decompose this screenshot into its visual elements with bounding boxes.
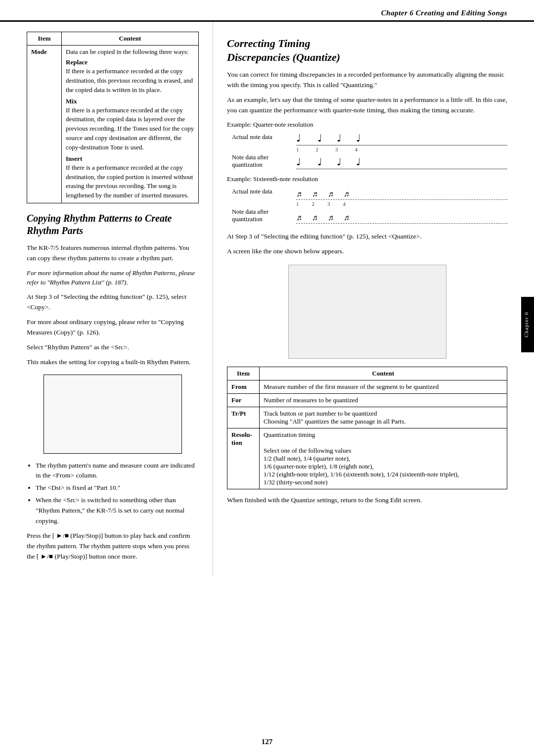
section1-step2: For more about ordinary copying, please … <box>27 317 199 338</box>
note2: ♩ <box>317 132 322 144</box>
snote2: ♬ <box>312 189 318 198</box>
for-content: Number of measures to be quantized <box>260 393 507 407</box>
note1: ♩ <box>296 132 301 144</box>
table-row-for: For Number of measures to be quantized <box>227 393 507 407</box>
bullet-item-1: The rhythm pattern's name and measure co… <box>36 461 199 481</box>
notation1-label: Example: Quarter-note resolution <box>227 121 507 129</box>
note3: ♩ <box>337 132 341 144</box>
section2-para2: As an example, let's say that the timing… <box>227 95 507 116</box>
table-row-from: From Measure number of the first measure… <box>227 380 507 393</box>
section1-italic: For more information about the name of R… <box>27 268 199 287</box>
resolution-content: Quantization timing Select one of the fo… <box>260 428 507 489</box>
section2-para1: You can correct for timing discrepancies… <box>227 70 507 91</box>
qnote4: ♩ <box>356 156 360 168</box>
left-screenshot <box>44 375 182 454</box>
screen-text: A screen like the one shown below appear… <box>227 246 507 257</box>
mode-content-cell: Data can be copied in the following thre… <box>62 46 199 203</box>
insert-desc: If there is a performance recorded at th… <box>66 163 194 200</box>
sqnote3: ♬ <box>328 213 334 222</box>
mix-label: Mix <box>66 97 194 105</box>
page-body: Item Content Mode Data can be copied in … <box>0 22 534 576</box>
snote4: ♬ <box>344 189 350 198</box>
sqnote2: ♬ <box>312 213 318 222</box>
for-item: For <box>227 393 260 407</box>
sqnote1: ♬ <box>296 213 302 222</box>
section1-step4: This makes the setting for copying a bui… <box>27 357 199 368</box>
section2-heading: Correcting TimingDiscrepancies (Quantize… <box>227 37 507 64</box>
bullet-item-2: The <Dst> is fixed at "Part 10." <box>36 483 199 493</box>
beat-numbers-2: 1234 <box>232 201 507 207</box>
page-number: 127 <box>262 738 273 746</box>
beat-numbers-1: 1234 <box>232 146 507 152</box>
col-content-header: Content <box>62 32 199 46</box>
replace-label: Replace <box>66 58 194 66</box>
snote1: ♬ <box>296 189 302 198</box>
section1-step1: At Step 3 of "Selecting the editing func… <box>27 292 199 313</box>
footer-text: When finished with the Quantize settings… <box>227 495 507 506</box>
right-column: Correcting TimingDiscrepancies (Quantize… <box>213 22 534 576</box>
step-text: At Step 3 of "Selecting the editing func… <box>227 232 507 242</box>
right-screenshot <box>288 265 446 359</box>
left-column: Item Content Mode Data can be copied in … <box>0 22 213 576</box>
trpt-content: Track button or part number to be quanti… <box>260 407 507 428</box>
copy-intro: Data can be copied in the following thre… <box>66 48 194 56</box>
table2-content-header: Content <box>260 367 507 380</box>
notation1-actual-row: Actual note data ♩ ♩ ♩ ♩ <box>232 130 507 145</box>
from-content: Measure number of the first measure of t… <box>260 380 507 393</box>
chapter-title: Chapter 6 Creating and Editing Songs <box>381 9 507 17</box>
page-header: Chapter 6 Creating and Editing Songs <box>0 0 534 22</box>
bullet-list: The rhythm pattern's name and measure co… <box>36 461 199 527</box>
table-row-resolution: Resolu-tion Quantization timing Select o… <box>227 428 507 489</box>
press-text: Press the [ ►/■ (Play/Stop)] button to p… <box>27 531 199 562</box>
qnote1: ♩ <box>296 156 301 168</box>
mode-item-cell: Mode <box>27 46 62 203</box>
sqnote4: ♬ <box>344 213 350 222</box>
section1-step3: Select "Rhythm Pattern" as the <Src>. <box>27 342 199 353</box>
replace-desc: If there is a performance recorded at th… <box>66 67 194 95</box>
trpt-item: Tr/Pt <box>227 407 260 428</box>
resolution-item: Resolu-tion <box>227 428 260 489</box>
section1-para1: The KR-7/5 features numerous internal rh… <box>27 243 199 264</box>
qnote3: ♩ <box>337 156 341 168</box>
notation2-label: Example: Sixteenth-note resolution <box>227 175 507 183</box>
note4: ♩ <box>356 132 360 144</box>
quantize-table: Item Content From Measure number of the … <box>227 367 507 489</box>
table-row: Mode Data can be copied in the following… <box>27 46 199 203</box>
table-row-trpt: Tr/Pt Track button or part number to be … <box>227 407 507 428</box>
notation2-after-row: Note data after quantization ♬ ♬ ♬ ♬ <box>232 208 507 224</box>
qnote2: ♩ <box>317 156 322 168</box>
col-item-header: Item <box>27 32 62 46</box>
bullet-item-3: When the <Src> is switched to something … <box>36 495 199 526</box>
notation-area: Example: Quarter-note resolution Actual … <box>227 121 507 224</box>
from-item: From <box>227 380 260 393</box>
notation1-after-row: Note data after quantization ♩ ♩ ♩ ♩ <box>232 153 507 169</box>
mode-table: Item Content Mode Data can be copied in … <box>27 32 199 203</box>
insert-label: Insert <box>66 155 194 163</box>
snote3: ♬ <box>328 189 334 198</box>
mix-desc: If there is a performance recorded at th… <box>66 106 194 152</box>
table2-item-header: Item <box>227 367 260 380</box>
section1-heading: Copying Rhythm Patterns to Create Rhythm… <box>27 212 199 237</box>
notation2-actual-row: Actual note data ♬ ♬ ♬ ♬ <box>232 184 507 200</box>
chapter-tab: Chapter 6 <box>521 297 534 352</box>
